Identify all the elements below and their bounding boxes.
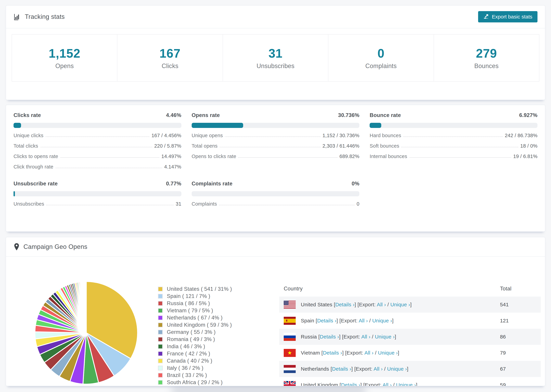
stat-row: Hard bounces242 / 86.738% bbox=[370, 133, 537, 138]
legend-swatch bbox=[158, 337, 163, 342]
total-column-header: Total bbox=[500, 286, 511, 292]
export-button-label: Export basic stats bbox=[492, 14, 532, 20]
complaints-rate-progress-track bbox=[192, 191, 360, 196]
stat-row: Total opens2,303 / 61.446% bbox=[192, 143, 360, 149]
netherlands-flag-icon bbox=[284, 365, 296, 373]
export-all-link[interactable]: All › bbox=[377, 302, 386, 307]
geo-opens-pie-chart[interactable] bbox=[31, 278, 141, 386]
dotted-leader bbox=[46, 205, 174, 205]
dotted-leader bbox=[40, 147, 152, 147]
table-row-united-kingdom: United Kingdom [Details ›] [Export: All … bbox=[279, 377, 541, 386]
stat-row: Clicks to opens rate14.497% bbox=[14, 154, 181, 159]
export-all-link[interactable]: All › bbox=[374, 366, 383, 372]
export-unique-link[interactable]: Unique › bbox=[375, 334, 395, 339]
export-unique-link[interactable]: Unique › bbox=[387, 366, 407, 372]
total-value: 67 bbox=[500, 366, 506, 372]
spain-flag-icon bbox=[284, 317, 296, 325]
legend-swatch bbox=[158, 315, 163, 320]
opens-rate-value: 30.736% bbox=[338, 112, 359, 118]
legend-item: Italy ( 36 / 2% ) bbox=[158, 364, 232, 372]
clicks-rate-progress-fill bbox=[14, 123, 21, 128]
opens-rate-progress-fill bbox=[192, 123, 243, 128]
clicks-rate-value: 4.46% bbox=[166, 112, 181, 118]
export-all-link[interactable]: All › bbox=[359, 318, 368, 323]
unsubscribes-count: 31 bbox=[268, 46, 283, 60]
export-unique-link[interactable]: Unique › bbox=[372, 318, 392, 323]
table-row-russia: Russia [Details ›] [Export: All › / Uniq… bbox=[279, 329, 541, 345]
legend-item: France ( 42 / 2% ) bbox=[158, 350, 232, 357]
stat-row: Unique opens1,152 / 30.736% bbox=[192, 133, 360, 138]
bounce-rate-value: 6.927% bbox=[519, 112, 537, 118]
stat-row: Soft bounces18 / 0% bbox=[370, 143, 537, 149]
campaign-geo-opens-card: Campaign Geo Opens United States ( 541 /… bbox=[6, 237, 545, 386]
export-all-link[interactable]: All › bbox=[361, 334, 370, 339]
export-unique-link[interactable]: Unique › bbox=[396, 382, 416, 386]
dotted-leader bbox=[409, 157, 511, 158]
legend-item: Russia ( 86 / 5% ) bbox=[158, 300, 232, 307]
table-row-spain: Spain [Details ›] [Export: All › / Uniqu… bbox=[279, 313, 541, 329]
stat-row: Click through rate4.147% bbox=[14, 164, 181, 170]
export-all-link[interactable]: All › bbox=[383, 382, 392, 386]
details-link[interactable]: Details › bbox=[341, 382, 360, 386]
bounce-rate-progress-fill bbox=[370, 123, 381, 128]
legend-swatch bbox=[158, 380, 163, 385]
legend-item: Brazil ( 33 / 2% ) bbox=[158, 372, 232, 379]
export-icon bbox=[483, 13, 489, 20]
clicks-rate-title: Clicks rate bbox=[14, 112, 41, 118]
bounces-label: Bounces bbox=[474, 63, 499, 70]
details-link[interactable]: Details › bbox=[323, 350, 342, 356]
clicks-label: Clicks bbox=[162, 63, 178, 70]
stat-box-opens: 1,152 Opens bbox=[12, 34, 117, 82]
legend-item: Germany ( 55 / 3% ) bbox=[158, 329, 232, 336]
rates-card: Clicks rate 4.46% Unique clicks167 / 4.4… bbox=[6, 105, 545, 232]
opens-label: Opens bbox=[55, 63, 74, 70]
legend-item: South Africa ( 29 / 2% ) bbox=[158, 379, 232, 386]
export-unique-link[interactable]: Unique › bbox=[390, 302, 410, 307]
geo-opens-table: Country Total United States [Details ›] … bbox=[279, 281, 541, 386]
pie-slice[interactable] bbox=[86, 281, 86, 333]
legend-swatch bbox=[158, 344, 163, 349]
bounce-rate-title: Bounce rate bbox=[370, 112, 401, 118]
stat-row: Unsubscribes31 bbox=[14, 201, 181, 207]
details-link[interactable]: Details › bbox=[320, 334, 339, 339]
clicks-rate-progress-track bbox=[14, 123, 181, 128]
unsubscribe-rate-title: Unsubscribe rate bbox=[14, 181, 58, 187]
legend-swatch bbox=[158, 322, 163, 327]
legend-swatch bbox=[158, 351, 163, 356]
table-row-united-states: United States [Details ›] [Export: All ›… bbox=[279, 297, 541, 313]
stat-box-complaints: 0 Complaints bbox=[328, 34, 434, 82]
table-row-netherlands: Netherlands [Details ›] [Export: All › /… bbox=[279, 361, 541, 377]
dotted-leader bbox=[219, 205, 354, 205]
map-pin-icon bbox=[14, 243, 20, 251]
dotted-leader bbox=[60, 157, 159, 158]
unsubscribe-rate-section: Unsubscribe rate 0.77% Unsubscribes31 bbox=[14, 181, 181, 207]
stat-row: Complaints0 bbox=[192, 201, 360, 207]
vietnam-flag-icon bbox=[284, 349, 296, 357]
legend-swatch bbox=[158, 330, 163, 335]
bounces-count: 279 bbox=[476, 46, 497, 60]
export-all-link[interactable]: All › bbox=[365, 350, 374, 356]
stat-box-clicks: 167 Clicks bbox=[117, 34, 223, 82]
uk-flag-icon bbox=[284, 381, 296, 386]
total-value: 59 bbox=[500, 382, 506, 386]
export-unique-link[interactable]: Unique › bbox=[378, 350, 398, 356]
details-link[interactable]: Details › bbox=[317, 318, 337, 323]
complaints-rate-section: Complaints rate 0% Complaints0 bbox=[192, 181, 360, 207]
opens-count: 1,152 bbox=[49, 46, 80, 60]
table-header: Country Total bbox=[279, 281, 541, 297]
export-basic-stats-button[interactable]: Export basic stats bbox=[478, 11, 537, 22]
legend-swatch bbox=[158, 301, 163, 306]
page-title: Tracking stats bbox=[25, 13, 65, 20]
bounce-rate-progress-track bbox=[370, 123, 537, 128]
table-row-vietnam: Vietnam [Details ›] [Export: All › / Uni… bbox=[279, 345, 541, 361]
us-flag-icon bbox=[284, 301, 296, 309]
opens-rate-section: Opens rate 30.736% Unique opens1,152 / 3… bbox=[192, 112, 360, 170]
details-link[interactable]: Details › bbox=[332, 366, 351, 372]
stat-row: Internal bounces19 / 6.81% bbox=[370, 154, 537, 159]
legend-item: United Kingdom ( 59 / 3% ) bbox=[158, 321, 232, 329]
stat-row: Unique clicks167 / 4.456% bbox=[14, 133, 181, 138]
dotted-leader bbox=[238, 157, 337, 158]
legend-item: Romania ( 49 / 3% ) bbox=[158, 336, 232, 343]
details-link[interactable]: Details › bbox=[335, 302, 354, 307]
bounce-rate-section: Bounce rate 6.927% Hard bounces242 / 86.… bbox=[370, 112, 537, 170]
